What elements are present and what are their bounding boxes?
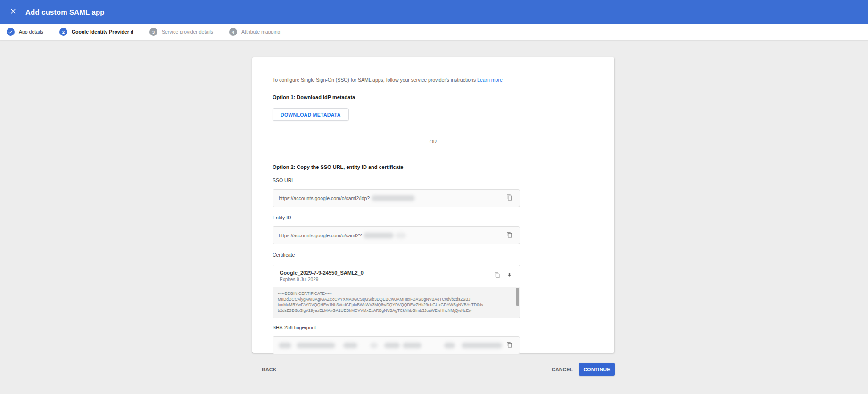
pem-line: bmMuMRYwFAYDVQQHEw1Nb3VudGFpbiBWaWV3MQ8w… (278, 302, 513, 308)
redacted-value (384, 343, 400, 348)
intro-text: To configure Single Sign-On (SSO) for SA… (273, 77, 540, 83)
intro-text-body: To configure Single Sign-On (SSO) for SA… (273, 77, 476, 83)
learn-more-link[interactable]: Learn more (477, 77, 503, 83)
certificate-label-text: Certificate (273, 252, 295, 258)
close-icon (9, 8, 17, 17)
step-connector (138, 32, 145, 32)
certificate-header: Google_2029-7-9-24550_SAML2_0 Expires 9 … (273, 265, 520, 287)
redacted-value (396, 233, 406, 238)
redacted-value (364, 233, 394, 238)
redacted-value (372, 195, 415, 201)
certificate-label: Certificate (273, 252, 540, 258)
step-connector (48, 32, 55, 32)
step-number-badge: 3 (149, 28, 157, 36)
sha256-field[interactable] (273, 336, 520, 354)
step-connector (218, 32, 224, 32)
stepper-step-service-provider-details: 3 Service provider details (149, 28, 213, 36)
certificate-pem-scroll-area[interactable]: -----BEGIN CERTIFICATE----- MIIDdDCCAlyg… (273, 287, 520, 318)
continue-button[interactable]: CONTINUE (579, 363, 615, 376)
or-divider: OR (273, 139, 594, 144)
dialog-header: Add custom SAML app (0, 0, 868, 24)
pem-line: b2dsZSBGb3IgV29yazELMAkGA1UEBhMCVVMxEzAR… (278, 308, 513, 313)
stepper-step-google-idp-details: 2 Google Identity Provider details (59, 28, 133, 36)
redacted-value (297, 343, 335, 348)
wizard-stepper: App details 2 Google Identity Provider d… (0, 24, 868, 40)
step-label: App details (19, 29, 43, 34)
stepper-step-attribute-mapping: 4 Attribute mapping (229, 28, 280, 36)
redacted-value (403, 343, 422, 348)
step-number-badge: 4 (229, 28, 237, 36)
sso-url-label: SSO URL (273, 177, 540, 183)
certificate-card: Google_2029-7-9-24550_SAML2_0 Expires 9 … (273, 265, 520, 318)
redacted-value (343, 343, 357, 348)
copy-sha256-button[interactable] (504, 341, 514, 350)
back-button[interactable]: BACK (257, 363, 281, 376)
copy-icon (506, 194, 513, 202)
dialog-title: Add custom SAML app (25, 8, 105, 16)
divider-line (442, 142, 594, 142)
copy-entity-id-button[interactable] (504, 231, 514, 240)
text-cursor (272, 251, 272, 258)
copy-icon (506, 232, 513, 239)
stepper-step-app-details: App details (7, 28, 43, 36)
option2-heading: Option 2: Copy the SSO URL, entity ID an… (273, 164, 540, 170)
copy-icon (506, 342, 513, 349)
step-number-badge: 2 (59, 28, 67, 36)
redacted-value (462, 343, 502, 348)
sso-url-field[interactable]: https://accounts.google.com/o/saml2/idp? (273, 189, 520, 207)
sso-url-value: https://accounts.google.com/o/saml2/idp? (279, 195, 370, 201)
or-label: OR (430, 139, 437, 144)
content-card: To configure Single Sign-On (SSO) for SA… (252, 57, 614, 353)
step-label: Service provider details (162, 29, 213, 34)
download-certificate-button[interactable] (504, 271, 514, 281)
certificate-name: Google_2029-7-9-24550_SAML2_0 (280, 270, 492, 276)
redacted-value (370, 343, 378, 348)
download-metadata-button[interactable]: DOWNLOAD METADATA (273, 108, 349, 121)
sha256-label: SHA-256 fingerprint (273, 325, 540, 330)
redacted-value (444, 343, 455, 348)
scrollbar-thumb[interactable] (516, 288, 519, 306)
entity-id-value: https://accounts.google.com/o/saml2? (279, 233, 362, 238)
step-label: Attribute mapping (241, 29, 280, 34)
entity-id-field[interactable]: https://accounts.google.com/o/saml2? (273, 226, 520, 244)
copy-certificate-button[interactable] (492, 271, 502, 281)
pem-line: -----BEGIN CERTIFICATE----- (278, 291, 513, 296)
step-label: Google Identity Provider details (72, 29, 133, 34)
copy-sso-url-button[interactable] (504, 193, 514, 203)
option1-heading: Option 1: Download IdP metadata (273, 94, 540, 100)
step-completed-check-icon (7, 28, 15, 36)
pem-line: MIIDdDCCAlygAwIBAgIGAZCcCPYXMA0GCSqGSIb3… (278, 296, 513, 302)
cancel-button[interactable]: CANCEL (547, 363, 578, 376)
copy-icon (494, 272, 500, 280)
divider-line (273, 142, 424, 142)
entity-id-label: Entity ID (273, 215, 540, 220)
certificate-expiry: Expires 9 Jul 2029 (280, 277, 492, 282)
close-button[interactable] (5, 3, 22, 20)
download-icon (506, 272, 513, 280)
redacted-value (279, 343, 291, 348)
